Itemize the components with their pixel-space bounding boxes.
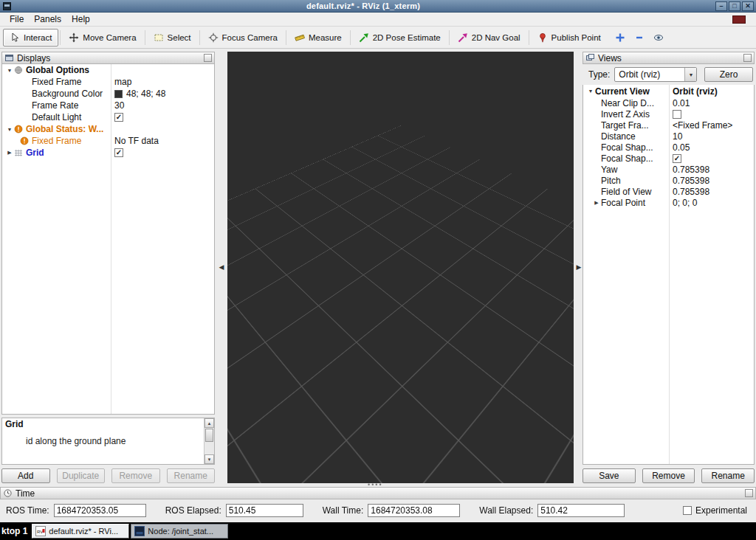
- display-row-grid[interactable]: Grid: [2, 147, 214, 159]
- collapse-right-panel-icon[interactable]: ▶: [575, 259, 583, 275]
- save-view-button[interactable]: Save: [583, 468, 636, 483]
- expand-arrow-icon[interactable]: [592, 200, 601, 206]
- displays-panel-float-button[interactable]: [204, 54, 212, 62]
- focal-shape-checkbox[interactable]: [673, 154, 681, 163]
- view-row-invert-z[interactable]: Invert Z Axis: [583, 108, 754, 120]
- view-row-near-clip[interactable]: Near Clip D... 0.01: [583, 97, 754, 108]
- remove-button[interactable]: Remove: [111, 468, 160, 483]
- ros-time-input[interactable]: [54, 504, 146, 517]
- collapse-left-panel-icon[interactable]: ◀: [218, 259, 225, 275]
- rviz-window: default.rviz* - RViz (1_xterm) File Pane…: [0, 0, 756, 540]
- rename-button[interactable]: Rename: [167, 468, 216, 483]
- view-type-dropdown[interactable]: Orbit (rviz): [614, 67, 697, 82]
- taskbar-window-rviz[interactable]: RV default.rviz* - RVi...: [32, 524, 129, 539]
- time-panel-float-button[interactable]: [745, 489, 753, 497]
- display-row-global-options[interactable]: Global Options: [2, 64, 214, 76]
- display-row-fixed-frame[interactable]: Fixed Frame map: [2, 76, 214, 88]
- tool-properties-eye-icon[interactable]: [653, 32, 664, 43]
- views-panel-float-button[interactable]: [743, 54, 752, 62]
- expand-arrow-icon[interactable]: [5, 127, 14, 132]
- workarea: Displays Global Options Fixed Frame map: [0, 49, 756, 487]
- displays-panel-header[interactable]: Displays: [1, 52, 215, 64]
- default-light-checkbox[interactable]: [114, 113, 123, 122]
- view-row-target-frame[interactable]: Target Fra... <Fixed Frame>: [583, 120, 754, 131]
- interact-icon: [10, 32, 20, 43]
- expand-arrow-icon[interactable]: [586, 89, 595, 94]
- display-row-default-light[interactable]: Default Light: [2, 111, 214, 123]
- tool-publish-point[interactable]: Publish Point: [531, 29, 608, 46]
- views-tree: Current View Orbit (rviz) Near Clip D...…: [583, 85, 755, 465]
- experimental-checkbox[interactable]: [683, 506, 692, 515]
- view-row-field-of-view[interactable]: Field of View 0.785398: [583, 186, 754, 197]
- menu-file[interactable]: File: [4, 13, 29, 25]
- clock-icon: [4, 489, 12, 497]
- select-icon: [154, 32, 164, 43]
- expand-arrow-icon[interactable]: [5, 68, 14, 73]
- menu-help[interactable]: Help: [66, 13, 95, 25]
- tool-interact[interactable]: Interact: [3, 29, 58, 46]
- close-button[interactable]: [742, 1, 754, 11]
- views-panel-header[interactable]: Views: [583, 52, 755, 64]
- rviz-app-icon: RV: [35, 526, 46, 536]
- window-icon: [3, 2, 11, 10]
- view-row-focal-shape-fixed[interactable]: Focal Shap...: [583, 153, 754, 164]
- remove-view-button[interactable]: Remove: [642, 468, 695, 483]
- view-type-row: Type: Orbit (rviz) Zero: [583, 64, 755, 85]
- maximize-button[interactable]: [729, 1, 740, 11]
- description-text: id along the ground plane: [2, 430, 214, 446]
- add-tool-plus-icon[interactable]: [615, 32, 625, 43]
- invert-z-checkbox[interactable]: [673, 110, 681, 119]
- scrollbar-thumb[interactable]: [205, 429, 213, 442]
- display-row-frame-rate[interactable]: Frame Rate 30: [2, 100, 214, 111]
- tool-measure[interactable]: Measure: [288, 29, 348, 46]
- grid-enabled-checkbox[interactable]: [114, 148, 123, 157]
- taskbar: ktop 1 RV default.rviz* - RVi... Node: /…: [0, 522, 756, 540]
- view-row-distance[interactable]: Distance 10: [583, 131, 754, 142]
- window-titlebar[interactable]: default.rviz* - RViz (1_xterm): [0, 0, 756, 13]
- time-panel-header[interactable]: Time: [0, 487, 756, 499]
- warning-icon: [14, 125, 23, 134]
- viewport-3d[interactable]: [227, 52, 574, 483]
- tool-select[interactable]: Select: [147, 29, 198, 46]
- view-row-pitch[interactable]: Pitch 0.785398: [583, 175, 754, 186]
- warning-icon: [20, 136, 29, 145]
- tool-2d-nav-goal[interactable]: 2D Nav Goal: [451, 29, 527, 46]
- publish-point-pin-icon: [537, 32, 548, 43]
- pose-estimate-arrow-icon: [359, 32, 369, 43]
- menubar: File Panels Help: [0, 13, 756, 27]
- xterm-app-icon: [134, 526, 145, 536]
- ground-grid: [227, 52, 574, 483]
- tool-2d-pose-estimate[interactable]: 2D Pose Estimate: [352, 29, 447, 46]
- view-row-focal-point[interactable]: Focal Point 0; 0; 0: [583, 197, 754, 208]
- minimize-button[interactable]: [715, 1, 727, 11]
- tool-focus-camera[interactable]: Focus Camera: [202, 29, 284, 46]
- displays-panel: Displays Global Options Fixed Frame map: [1, 52, 215, 483]
- wall-elapsed-input[interactable]: [537, 504, 625, 517]
- display-row-global-status[interactable]: Global Status: W...: [2, 123, 214, 135]
- description-scrollbar[interactable]: [204, 418, 214, 464]
- menu-panels[interactable]: Panels: [29, 13, 66, 25]
- wall-time-input[interactable]: [368, 504, 460, 517]
- view-row-yaw[interactable]: Yaw 0.785398: [583, 164, 754, 175]
- expand-arrow-icon[interactable]: [5, 150, 14, 156]
- zero-button[interactable]: Zero: [704, 67, 753, 82]
- views-panel-title: Views: [598, 53, 622, 63]
- view-row-current-view[interactable]: Current View Orbit (rviz): [583, 85, 754, 97]
- wall-elapsed-label: Wall Elapsed:: [479, 505, 533, 516]
- remove-tool-minus-icon[interactable]: [634, 32, 645, 43]
- add-button[interactable]: Add: [1, 468, 50, 483]
- display-row-background-color[interactable]: Background Color 48; 48; 48: [2, 88, 214, 100]
- displays-tree: Global Options Fixed Frame map Backgroun…: [1, 64, 215, 415]
- chevron-down-icon: [684, 68, 696, 81]
- view-row-focal-shape-size[interactable]: Focal Shap... 0.05: [583, 142, 754, 153]
- duplicate-button[interactable]: Duplicate: [57, 468, 106, 483]
- desktop-label: ktop 1: [0, 526, 32, 536]
- rename-view-button[interactable]: Rename: [701, 468, 755, 483]
- tool-move-camera[interactable]: Move Camera: [62, 29, 142, 46]
- scroll-down-icon[interactable]: [205, 454, 214, 464]
- nav-goal-arrow-icon: [458, 32, 468, 43]
- taskbar-window-node[interactable]: Node: /joint_stat...: [131, 524, 228, 539]
- display-row-status-fixed-frame[interactable]: Fixed Frame No TF data: [2, 135, 214, 147]
- ros-elapsed-input[interactable]: [226, 504, 303, 517]
- scroll-up-icon[interactable]: [205, 418, 214, 428]
